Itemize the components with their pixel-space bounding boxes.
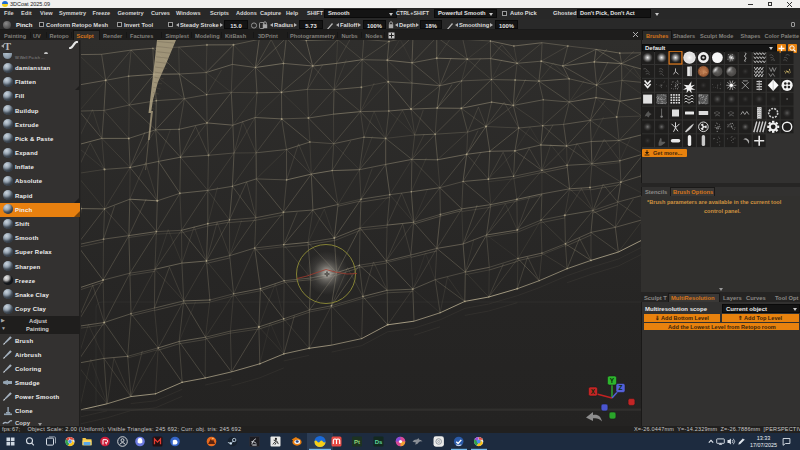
svg-text:Z: Z (619, 384, 623, 391)
svg-text:Pt: Pt (354, 439, 360, 445)
svg-text:13:33: 13:33 (757, 435, 771, 441)
svg-text:Ds: Ds (375, 439, 383, 445)
svg-text:X: X (591, 388, 596, 395)
svg-text:17/07/2025: 17/07/2025 (750, 442, 777, 448)
svg-text:Y: Y (610, 377, 615, 384)
